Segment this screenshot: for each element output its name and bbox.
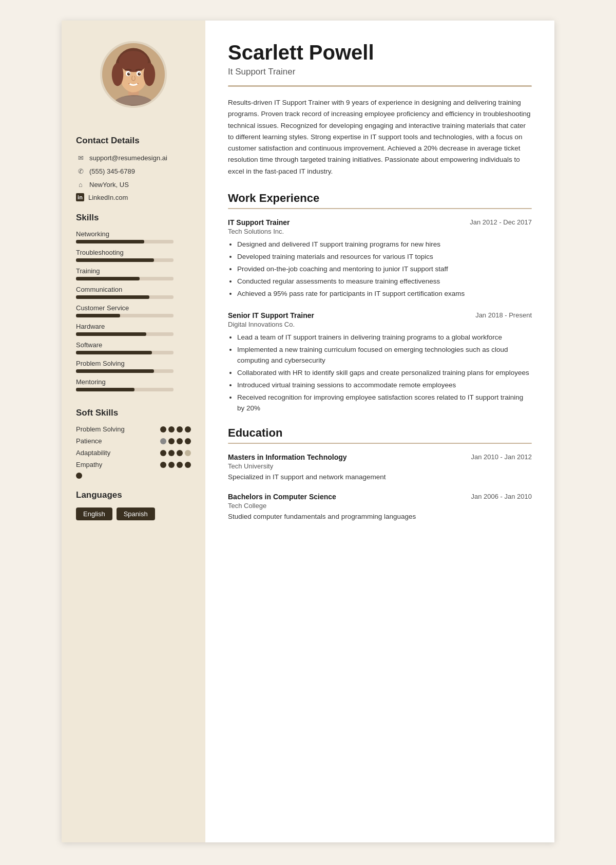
- soft-skill-name: Patience: [76, 437, 102, 445]
- sidebar: Contact Details ✉ support@resumedesign.a…: [62, 21, 205, 842]
- skill-bar-bg: [76, 258, 174, 262]
- header-divider: [228, 85, 532, 87]
- svg-point-10: [138, 72, 141, 76]
- skill-name: Customer Service: [76, 304, 191, 312]
- skill-bar-bg: [76, 351, 174, 354]
- work-experience-heading: Work Experience: [228, 192, 532, 205]
- skill-bar-fill: [76, 369, 154, 373]
- dot: [177, 438, 183, 444]
- skill-bar-fill: [76, 351, 152, 354]
- phone-icon: ✆: [76, 166, 85, 176]
- soft-skill-name: Adaptability: [76, 449, 110, 457]
- dots: [160, 462, 191, 468]
- edu-1-desc: Specialized in IT support and network ma…: [228, 472, 532, 482]
- svg-point-9: [127, 72, 130, 76]
- list-item: Lead a team of IT support trainers in de…: [237, 332, 532, 343]
- soft-skill-name: Empathy: [76, 461, 102, 468]
- dot: [168, 438, 175, 444]
- contact-email: ✉ support@resumedesign.ai: [76, 153, 191, 162]
- person-title: It Support Trainer: [228, 67, 532, 77]
- lang-spanish: Spanish: [117, 507, 155, 520]
- soft-skills-section-title: Soft Skills: [76, 408, 191, 418]
- soft-skills-list: Problem Solving Patience: [76, 425, 191, 479]
- skill-name: Hardware: [76, 323, 191, 330]
- skill-name: Training: [76, 267, 191, 275]
- dot: [185, 450, 191, 456]
- list-item: Implemented a new training curriculum fo…: [237, 345, 532, 366]
- education-divider: [228, 443, 532, 444]
- list-item: Conducted regular assessments to measure…: [237, 276, 532, 287]
- list-item: Provided on-the-job coaching and mentori…: [237, 264, 532, 275]
- skill-problem-solving: Problem Solving: [76, 360, 191, 373]
- contact-location-value: NewYork, US: [89, 181, 129, 189]
- list-item: Achieved a 95% pass rate for participant…: [237, 289, 532, 299]
- soft-skills-section: Soft Skills Problem Solving Patience: [76, 397, 191, 479]
- skill-bar-bg: [76, 240, 174, 243]
- edu-2-degree: Bachelors in Computer Science: [228, 493, 336, 501]
- skill-bar-fill: [76, 258, 154, 262]
- languages-section-title: Languages: [76, 490, 191, 500]
- skill-bar-bg: [76, 314, 174, 317]
- main-content: Scarlett Powell It Support Trainer Resul…: [205, 21, 554, 842]
- contact-section: Contact Details ✉ support@resumedesign.a…: [76, 124, 191, 201]
- linkedin-icon: in: [76, 193, 84, 201]
- summary-text: Results-driven IT Support Trainer with 9…: [228, 97, 532, 177]
- edu-2-desc: Studied computer fundamentals and progra…: [228, 512, 532, 522]
- skill-communication: Communication: [76, 286, 191, 299]
- edu-1: Masters in Information Technology Jan 20…: [228, 453, 532, 482]
- email-icon: ✉: [76, 153, 85, 162]
- skill-bar-fill: [76, 314, 120, 317]
- job-2-header: Senior IT Support Trainer Jan 2018 - Pre…: [228, 311, 532, 319]
- skill-customer-service: Customer Service: [76, 304, 191, 317]
- job-2-company: Digital Innovations Co.: [228, 321, 532, 328]
- job-1-title: IT Support Trainer: [228, 218, 290, 227]
- dot: [177, 450, 183, 456]
- skill-name: Networking: [76, 230, 191, 238]
- edu-1-degree: Masters in Information Technology: [228, 453, 347, 461]
- skill-software: Software: [76, 341, 191, 354]
- contact-email-value: support@resumedesign.ai: [89, 154, 167, 162]
- contact-list: ✉ support@resumedesign.ai ✆ (555) 345-67…: [76, 153, 191, 201]
- job-2-title: Senior IT Support Trainer: [228, 311, 314, 319]
- skill-bar-bg: [76, 277, 174, 280]
- job-2-dates: Jan 2018 - Present: [475, 311, 532, 319]
- person-name: Scarlett Powell: [228, 41, 532, 64]
- job-2-bullets: Lead a team of IT support trainers in de…: [228, 332, 532, 413]
- list-item: Developed training materials and resourc…: [237, 252, 532, 262]
- skill-bar-bg: [76, 369, 174, 373]
- skill-networking: Networking: [76, 230, 191, 243]
- edu-2-header: Bachelors in Computer Science Jan 2006 -…: [228, 493, 532, 501]
- dot: [160, 426, 166, 432]
- skill-name: Software: [76, 341, 191, 349]
- avatar-wrap: [76, 41, 191, 108]
- job-1: IT Support Trainer Jan 2012 - Dec 2017 T…: [228, 218, 532, 299]
- edu-2-dates: Jan 2006 - Jan 2010: [471, 493, 532, 500]
- skill-name: Problem Solving: [76, 360, 191, 367]
- job-1-dates: Jan 2012 - Dec 2017: [470, 218, 532, 226]
- skill-hardware: Hardware: [76, 323, 191, 336]
- skills-section: Skills Networking Troubleshooting Traini…: [76, 201, 191, 397]
- dot: [168, 462, 175, 468]
- job-1-company: Tech Solutions Inc.: [228, 228, 532, 235]
- skill-bar-fill: [76, 277, 140, 280]
- contact-linkedin-value: LinkedIn.com: [88, 194, 128, 201]
- dot-extra: [76, 473, 82, 479]
- svg-point-5: [112, 63, 124, 86]
- job-1-bullets: Designed and delivered IT support traini…: [228, 239, 532, 299]
- skill-bar-fill: [76, 332, 146, 336]
- list-item: Designed and delivered IT support traini…: [237, 239, 532, 250]
- languages-section: Languages English Spanish: [76, 479, 191, 520]
- lang-english: English: [76, 507, 112, 520]
- edu-2-school: Tech College: [228, 502, 532, 510]
- skill-bar-fill: [76, 388, 134, 391]
- skill-bar-fill: [76, 240, 144, 243]
- skill-mentoring: Mentoring: [76, 378, 191, 391]
- skill-name: Communication: [76, 286, 191, 293]
- dot: [177, 426, 183, 432]
- dot: [185, 426, 191, 432]
- dots: [160, 438, 191, 444]
- svg-point-4: [119, 51, 148, 72]
- svg-point-11: [129, 73, 130, 74]
- education-section: Education Masters in Information Technol…: [228, 426, 532, 522]
- skill-bar-bg: [76, 388, 174, 391]
